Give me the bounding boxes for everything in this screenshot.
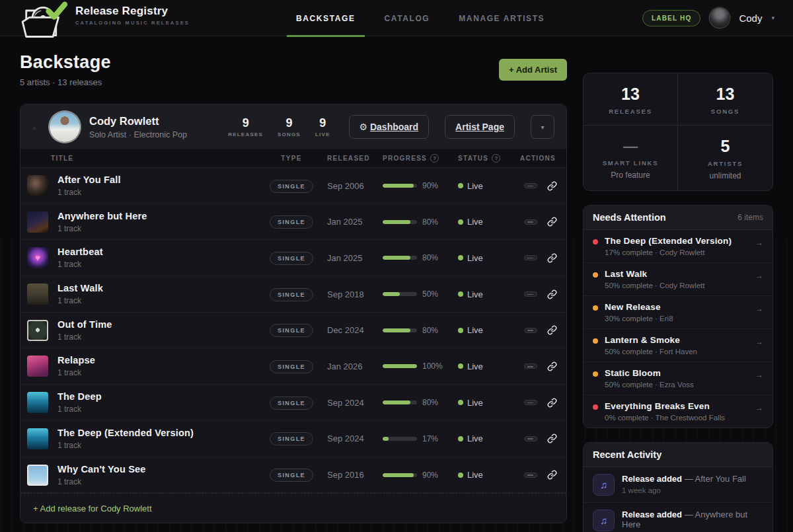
toggle-icon[interactable] — [524, 219, 537, 225]
release-status: Live — [458, 181, 504, 191]
link-icon[interactable] — [547, 253, 557, 263]
recent-activity-panel: Recent Activity ♫Release added — After Y… — [583, 442, 773, 532]
add-release-link[interactable]: + Add release for Cody Rowlett — [33, 504, 152, 513]
needs-attention-count: 6 items — [737, 213, 763, 222]
toggle-icon[interactable] — [524, 255, 537, 260]
add-artist-button[interactable]: + Add Artist — [499, 59, 567, 81]
release-progress: 17% — [383, 434, 449, 443]
activity-time: 1 week ago — [622, 486, 746, 494]
attention-item[interactable]: Everything Breaks Even0% complete · The … — [584, 395, 773, 428]
toggle-icon[interactable] — [524, 436, 537, 441]
attention-meta: 30% complete · Eri8 — [605, 315, 749, 323]
release-actions — [513, 217, 560, 227]
link-icon[interactable] — [547, 217, 557, 227]
table-row[interactable]: The Deep (Extended Version)1 trackSINGLE… — [20, 421, 566, 457]
live-dot-icon — [458, 400, 463, 405]
column-status-label: STATUS — [458, 155, 488, 162]
attention-item[interactable]: The Deep (Extended Version)17% complete … — [584, 230, 773, 263]
attention-item[interactable]: Lantern & Smoke50% complete · Fort Haven… — [584, 329, 773, 362]
label-hq-button[interactable]: LABEL HQ — [642, 10, 701, 26]
release-art — [27, 320, 48, 341]
release-type-badge: SINGLE — [270, 252, 313, 265]
arrow-right-icon[interactable]: → — [755, 403, 763, 412]
tab-manage-artists[interactable]: MANAGE ARTISTS — [459, 0, 545, 36]
table-row[interactable]: The Deep1 trackSINGLESep 202480%Live — [20, 385, 566, 421]
progress-percent: 90% — [422, 471, 438, 480]
table-row[interactable]: Out of Time1 trackSINGLEDec 202480%Live — [20, 313, 566, 349]
table-row[interactable]: After You Fall1 trackSINGLESep 200690%Li… — [20, 168, 566, 204]
stat-songs-label: SONGS — [278, 132, 301, 137]
progress-percent: 17% — [422, 434, 438, 443]
progress-help-icon[interactable]: ? — [430, 154, 439, 163]
arrow-right-icon[interactable]: → — [755, 370, 763, 379]
release-type-cell: SINGLE — [265, 215, 318, 229]
release-type-cell: SINGLE — [265, 360, 318, 373]
toggle-icon[interactable] — [524, 400, 537, 405]
toggle-icon[interactable] — [524, 328, 537, 333]
toggle-icon[interactable] — [524, 183, 537, 188]
table-row[interactable]: Heartbeat1 trackSINGLEJan 202580%Live — [20, 240, 566, 276]
column-progress: PROGRESS? — [383, 154, 449, 163]
progress-percent: 80% — [422, 217, 438, 227]
summary-value: — — [590, 138, 671, 155]
dashboard-button[interactable]: ⚙ Dashboard — [349, 115, 430, 139]
user-name[interactable]: Cody — [739, 13, 762, 24]
progress-percent: 90% — [422, 181, 438, 190]
user-avatar[interactable] — [710, 8, 730, 28]
progress-bar-fill — [383, 256, 410, 260]
arrow-right-icon[interactable]: → — [755, 337, 763, 346]
toggle-icon[interactable] — [524, 291, 537, 297]
release-title-cell: Anywhere but Here1 track — [57, 211, 256, 233]
status-label: Live — [467, 361, 483, 371]
artist-meta: Solo Artist · Electronic Pop — [89, 130, 187, 139]
release-art — [27, 175, 48, 196]
recent-activity-list: ♫Release added — After You Fall1 week ag… — [584, 467, 773, 532]
progress-percent: 50% — [422, 289, 438, 299]
release-title: Relapse — [57, 355, 256, 365]
link-icon[interactable] — [547, 325, 557, 335]
summary-cell: —SMART LINKSPro feature — [584, 126, 678, 190]
table-row[interactable]: Anywhere but Here1 trackSINGLEJan 202580… — [20, 204, 566, 241]
arrow-right-icon[interactable]: → — [755, 271, 763, 280]
table-row[interactable]: Relapse1 trackSINGLEJan 2026100%Live — [20, 348, 566, 385]
tab-backstage[interactable]: BACKSTAGE — [296, 0, 356, 36]
attention-item[interactable]: Static Bloom50% complete · Ezra Voss→ — [584, 362, 773, 395]
recent-activity-title: Recent Activity — [593, 449, 661, 460]
link-icon[interactable] — [547, 361, 557, 371]
column-status: STATUS? — [458, 154, 504, 163]
toggle-icon[interactable] — [524, 363, 537, 369]
release-actions — [513, 181, 560, 191]
attention-title: Everything Breaks Even — [605, 401, 749, 411]
collapse-artist-icon[interactable]: ▲ — [30, 124, 39, 131]
link-icon[interactable] — [547, 398, 557, 408]
page-title: Backstage — [20, 52, 111, 73]
user-menu-caret-icon[interactable]: ▾ — [771, 15, 774, 21]
table-row[interactable]: Why Can't You See1 trackSINGLESep 201690… — [20, 457, 566, 494]
tab-catalog[interactable]: CATALOG — [385, 0, 430, 36]
arrow-right-icon[interactable]: → — [755, 304, 763, 313]
summary-label: SMART LINKS — [590, 159, 671, 167]
link-icon[interactable] — [547, 434, 557, 443]
release-date: Sep 2018 — [327, 289, 373, 299]
progress-bar — [383, 364, 417, 368]
progress-bar — [383, 256, 417, 260]
artist-more-button[interactable]: ▾ — [531, 115, 554, 139]
status-help-icon[interactable]: ? — [492, 154, 500, 163]
release-actions — [513, 253, 560, 263]
app-logo-icon — [19, 1, 69, 42]
release-date: Jan 2025 — [327, 253, 373, 263]
release-actions — [513, 325, 560, 335]
toggle-icon[interactable] — [524, 473, 537, 478]
link-icon[interactable] — [547, 289, 557, 299]
release-title: Anywhere but Here — [57, 211, 256, 221]
stat-releases-label: RELEASES — [228, 132, 263, 137]
attention-item[interactable]: New Release30% complete · Eri8→ — [584, 296, 773, 329]
summary-value: 5 — [685, 137, 766, 156]
artist-page-button[interactable]: Artist Page — [445, 115, 515, 139]
arrow-right-icon[interactable]: → — [755, 238, 763, 247]
table-row[interactable]: Last Walk1 trackSINGLESep 201850%Live — [20, 276, 566, 313]
attention-item[interactable]: Last Walk50% complete · Cody Rowlett→ — [584, 263, 773, 296]
link-icon[interactable] — [547, 470, 557, 480]
link-icon[interactable] — [547, 181, 557, 191]
summary-cell: 13SONGS — [678, 73, 773, 126]
